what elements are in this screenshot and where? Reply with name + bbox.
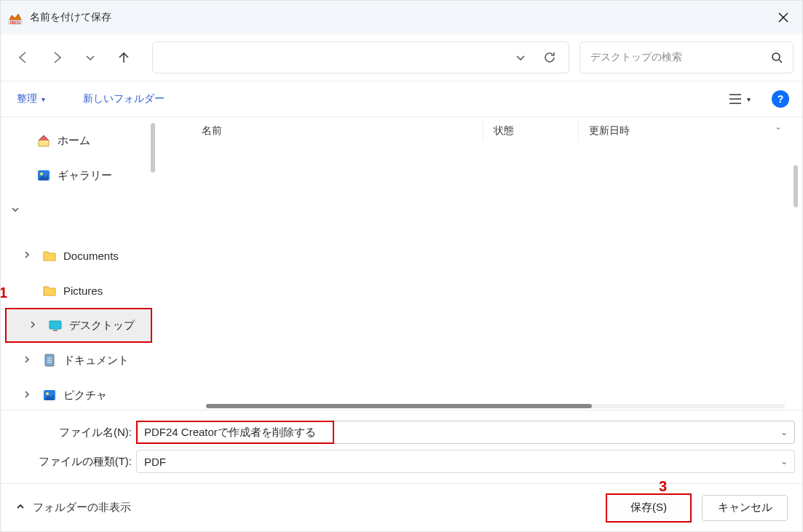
forward-button[interactable] — [43, 44, 71, 71]
refresh-button[interactable] — [535, 44, 564, 71]
view-mode-button[interactable]: ▾ — [722, 87, 756, 111]
hide-folders-toggle[interactable]: フォルダーの非表示 — [15, 501, 131, 515]
svg-rect-6 — [53, 330, 58, 331]
sidebar-item-label: ギャラリー — [58, 169, 112, 183]
sidebar-item-label: Pictures — [63, 285, 103, 297]
new-folder-button[interactable]: 新しいフォルダー — [80, 90, 167, 108]
filetype-label: ファイルの種類(T): — [8, 455, 136, 469]
gallery-icon — [36, 167, 52, 183]
column-header-status[interactable]: 状態 — [483, 124, 578, 138]
home-icon — [36, 132, 52, 148]
save-button-label: 保存(S) — [630, 501, 667, 515]
search-box[interactable]: デスクトップの検索 — [579, 41, 794, 74]
title-bar: PDF24 名前を付けて保存 — [1, 1, 802, 34]
picture-icon — [41, 387, 58, 403]
window-title: 名前を付けて保存 — [30, 11, 111, 24]
back-button[interactable] — [9, 44, 37, 71]
save-button[interactable]: 保存(S) — [607, 495, 690, 521]
sidebar-item-label: ドキュメント — [63, 354, 129, 368]
svg-text:PDF24: PDF24 — [10, 21, 21, 25]
filename-label: ファイル名(N): — [59, 426, 132, 438]
cancel-button-label: キャンセル — [718, 501, 772, 515]
sidebar-item-collapsible[interactable] — [1, 193, 155, 228]
annotation-3: 3 — [659, 478, 667, 495]
svg-point-9 — [46, 392, 49, 395]
chevron-right-icon — [23, 250, 36, 261]
up-button[interactable] — [110, 44, 138, 71]
column-header-modified[interactable]: 更新日時 ⌄ — [579, 124, 792, 138]
sidebar-item-picture-jp[interactable]: ピクチャ — [1, 378, 155, 410]
sidebar-item-label: デスクトップ — [69, 319, 135, 333]
cancel-button[interactable]: キャンセル — [702, 495, 788, 521]
sidebar-item-label: Documents — [63, 250, 119, 262]
nav-row: デスクトップの検索 — [1, 34, 802, 81]
chevron-up-icon — [15, 501, 25, 514]
save-form: ファイル名(N): 2 ⌄ ファイルの種類(T): ⌄ — [1, 410, 802, 483]
chevron-right-icon — [23, 354, 36, 366]
chevron-down-icon: ▾ — [41, 95, 45, 103]
new-folder-label: 新しいフォルダー — [83, 92, 165, 106]
document-icon — [41, 352, 58, 368]
filetype-select[interactable] — [136, 450, 795, 473]
file-list: 名前 状態 更新日時 ⌄ — [155, 117, 802, 410]
hscroll-thumb[interactable] — [206, 404, 592, 408]
folder-icon — [41, 247, 58, 263]
sidebar-item-document-jp[interactable]: ドキュメント — [1, 343, 155, 378]
list-hscrollbar[interactable] — [206, 404, 785, 408]
chevron-down-icon: ▾ — [747, 95, 751, 103]
help-glyph: ? — [778, 93, 784, 105]
address-bar[interactable] — [152, 41, 569, 74]
organize-label: 整理 — [17, 92, 37, 106]
hide-folders-label: フォルダーの非表示 — [33, 501, 131, 515]
app-icon: PDF24 — [7, 9, 24, 26]
search-icon — [765, 52, 788, 63]
close-button[interactable] — [764, 1, 802, 34]
recent-dropdown[interactable] — [76, 44, 104, 71]
chevron-down-icon — [11, 205, 24, 216]
filename-input[interactable] — [136, 421, 795, 444]
footer: フォルダーの非表示 3 保存(S) キャンセル — [1, 483, 802, 531]
search-placeholder: デスクトップの検索 — [590, 51, 765, 64]
column-header-name[interactable]: 名前 — [177, 124, 483, 138]
annotation-box-3: 保存(S) — [606, 493, 692, 523]
sidebar-item-label: ホーム — [58, 134, 90, 148]
column-headers: 名前 状態 更新日時 ⌄ — [177, 117, 792, 145]
toolbar: 整理 ▾ 新しいフォルダー ▾ ? — [1, 81, 802, 117]
sidebar-item-label: ピクチャ — [63, 389, 107, 402]
svg-point-4 — [40, 172, 43, 175]
svg-rect-5 — [50, 321, 61, 329]
list-vscrollbar[interactable] — [794, 165, 798, 207]
help-button[interactable]: ? — [772, 90, 789, 108]
folder-icon — [41, 282, 58, 298]
chevron-right-icon — [28, 319, 41, 331]
address-dropdown[interactable] — [506, 44, 535, 71]
organize-button[interactable]: 整理 ▾ — [14, 90, 48, 108]
sidebar: ホーム ギャラリー — [1, 117, 155, 410]
desktop-icon — [47, 317, 63, 333]
sidebar-item-pictures[interactable]: Pictures — [1, 273, 155, 308]
sidebar-item-desktop[interactable]: デスクトップ — [5, 308, 152, 343]
chevron-down-icon: ⌄ — [775, 122, 782, 132]
sidebar-item-documents[interactable]: Documents — [1, 238, 155, 273]
svg-point-2 — [772, 53, 780, 60]
chevron-right-icon — [23, 389, 36, 401]
sidebar-item-gallery[interactable]: ギャラリー — [1, 158, 155, 193]
sidebar-item-home[interactable]: ホーム — [1, 123, 155, 158]
